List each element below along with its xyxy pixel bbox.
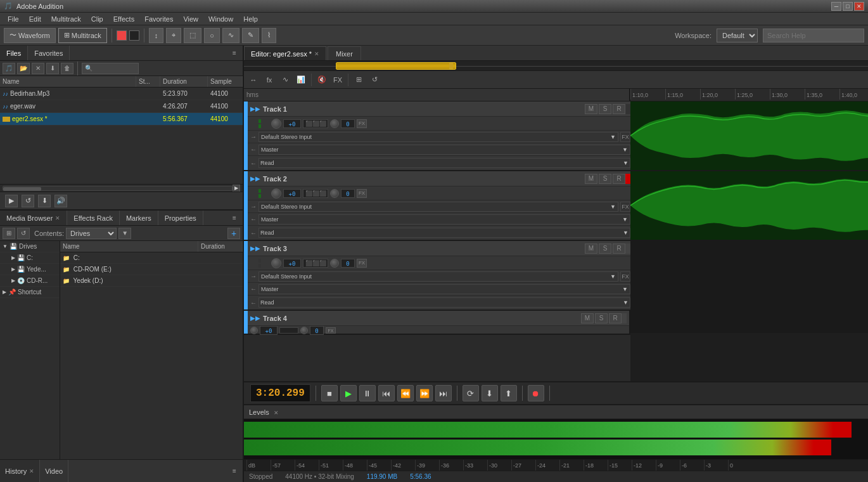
- new-audio-file-button[interactable]: 🎵: [3, 63, 15, 74]
- toolbar-color1[interactable]: [117, 30, 127, 41]
- mb-refresh-icon[interactable]: ↺: [17, 228, 30, 239]
- fade-tool[interactable]: fx: [262, 73, 276, 87]
- delete-file-button[interactable]: 🗑: [61, 63, 73, 74]
- files-scroll-thumb[interactable]: [3, 187, 41, 191]
- track-1-waveform[interactable]: [630, 101, 868, 171]
- files-search-input[interactable]: [82, 63, 139, 74]
- track-2-waveform[interactable]: [630, 171, 868, 241]
- close-button[interactable]: ✕: [854, 2, 864, 11]
- track-1-output-select[interactable]: Master ▼: [258, 145, 630, 155]
- tree-item-c[interactable]: ▶ 💾 C:: [0, 252, 60, 264]
- select-tool[interactable]: ⌖: [166, 28, 181, 43]
- track-3-output-select[interactable]: Master ▼: [258, 284, 630, 294]
- time-cursor-tool[interactable]: ↕: [149, 28, 164, 43]
- maximize-button[interactable]: □: [843, 2, 853, 11]
- media-file-yedek[interactable]: 📁 Yedek (D:): [60, 275, 243, 287]
- tab-video[interactable]: Video: [40, 460, 68, 482]
- drives-select[interactable]: Drives: [66, 228, 117, 239]
- track-4-solo-button[interactable]: S: [595, 313, 608, 323]
- files-autoplay-button[interactable]: 🔊: [54, 195, 67, 207]
- tab-files[interactable]: Files: [0, 46, 28, 60]
- track-3-record-button[interactable]: R: [613, 244, 625, 254]
- rubber-band[interactable]: ∿: [278, 73, 292, 87]
- pen-tool[interactable]: ✎: [242, 28, 259, 43]
- mb-new-icon[interactable]: ⊞: [3, 228, 15, 239]
- razor-tool[interactable]: ⌇: [262, 28, 276, 43]
- track-4-pan-knob[interactable]: [300, 327, 308, 334]
- media-file-c[interactable]: 📁 C:: [60, 252, 243, 264]
- col-name[interactable]: Name: [0, 76, 136, 87]
- media-browser-menu-icon[interactable]: ≡: [229, 212, 240, 224]
- close-levels[interactable]: ✕: [274, 410, 279, 416]
- file-row-eger[interactable]: ♪♪ eger.wav 4:26.207 44100: [0, 100, 243, 113]
- files-scroll-right[interactable]: ▶: [233, 185, 240, 192]
- menu-file[interactable]: File: [3, 13, 24, 25]
- snap-on[interactable]: ⊞: [352, 73, 366, 87]
- track-2-solo-button[interactable]: S: [599, 174, 611, 184]
- track-2-pan-knob[interactable]: [330, 189, 339, 198]
- go-end-button[interactable]: ⏭: [435, 385, 452, 401]
- tab-properties[interactable]: Properties: [158, 211, 203, 225]
- track-4-record-button[interactable]: R: [609, 313, 622, 323]
- track-3-input-fx[interactable]: FX: [620, 271, 630, 282]
- menu-edit[interactable]: Edit: [24, 13, 46, 25]
- track-1-input-fx[interactable]: FX: [620, 132, 630, 142]
- track-1-fx-toggle[interactable]: FX: [357, 119, 367, 128]
- scroll-grip[interactable]: [449, 63, 453, 69]
- files-menu-icon[interactable]: ≡: [229, 48, 240, 59]
- tree-item-yede[interactable]: ▶ 💾 Yede...: [0, 264, 60, 275]
- pause-button[interactable]: ⏸: [359, 385, 376, 401]
- marquee-tool[interactable]: ⬚: [184, 28, 201, 43]
- punch-in-button[interactable]: ⬇: [482, 385, 498, 401]
- track-3-waveform[interactable]: [630, 241, 868, 311]
- track-2-input-fx[interactable]: FX: [620, 202, 630, 212]
- clip-fx[interactable]: FX: [331, 73, 345, 87]
- mb-arrow-down[interactable]: ▼: [118, 228, 131, 239]
- lasso-tool[interactable]: ○: [204, 28, 220, 43]
- search-help-input[interactable]: [763, 29, 864, 42]
- multitrack-view-button[interactable]: ⊞ Multitrack: [58, 28, 107, 43]
- close-file-button[interactable]: ✕: [32, 63, 44, 74]
- tree-item-shortcut[interactable]: ▶ 📌 Shortcut: [0, 287, 60, 298]
- files-loop-button[interactable]: ↺: [22, 195, 34, 207]
- track-2-output-select[interactable]: Master ▼: [258, 214, 630, 225]
- mb-add-button[interactable]: +: [227, 228, 240, 239]
- track-4-volume-knob[interactable]: [250, 327, 258, 334]
- track-3-solo-button[interactable]: S: [599, 244, 611, 254]
- tab-markers[interactable]: Markers: [120, 211, 158, 225]
- record-button[interactable]: ⏺: [528, 385, 544, 401]
- track-3-read-select[interactable]: Read ▼: [258, 297, 630, 308]
- media-col-duration[interactable]: Duration: [198, 241, 243, 252]
- media-file-cdrom[interactable]: 📁 CD-ROM (E:): [60, 264, 243, 275]
- play-button[interactable]: ▶: [340, 385, 357, 401]
- workspace-select[interactable]: Default: [717, 29, 758, 42]
- menu-window[interactable]: Window: [203, 13, 238, 25]
- tab-levels[interactable]: Levels ✕: [249, 408, 279, 416]
- tab-effects-rack[interactable]: Effects Rack: [67, 211, 120, 225]
- tab-editor-eger2[interactable]: Editor: eger2.sesx * ✕: [244, 46, 326, 60]
- files-insert-button[interactable]: ⬇: [38, 195, 51, 207]
- clip-mute[interactable]: 🔇: [315, 73, 329, 87]
- timeline-scroll-thumb[interactable]: [336, 62, 456, 70]
- track-1-volume-knob[interactable]: [271, 119, 281, 129]
- track-3-pan-knob[interactable]: [330, 259, 339, 268]
- menu-clip[interactable]: Clip: [86, 13, 108, 25]
- track-4-waveform[interactable]: [630, 311, 868, 333]
- loop-on[interactable]: ↺: [367, 73, 381, 87]
- punch-out-button[interactable]: ⬆: [501, 385, 517, 401]
- track-2-volume-knob[interactable]: [271, 188, 281, 199]
- menu-view[interactable]: View: [178, 13, 203, 25]
- bottom-menu-icon[interactable]: ≡: [229, 466, 240, 477]
- scrub-tool[interactable]: ∿: [222, 28, 239, 43]
- track-2-fx-toggle[interactable]: FX: [357, 189, 367, 198]
- stop-button[interactable]: ■: [321, 385, 338, 401]
- files-scrollbar[interactable]: ▶: [0, 184, 243, 192]
- files-scroll-track[interactable]: [3, 186, 233, 191]
- menu-multitrack[interactable]: Multitrack: [46, 13, 86, 25]
- file-row-bedirhan[interactable]: ♪♪ Bedirhan.Mp3 5:23.970 44100: [0, 88, 243, 100]
- track-1-pan-knob[interactable]: [330, 119, 339, 128]
- rewind-button[interactable]: ⏪: [397, 385, 414, 401]
- col-sample[interactable]: Sample: [208, 76, 243, 87]
- tab-favorites[interactable]: Favorites: [28, 46, 70, 60]
- file-row-eger2[interactable]: eger2.sesx * 5:56.367 44100: [0, 113, 243, 126]
